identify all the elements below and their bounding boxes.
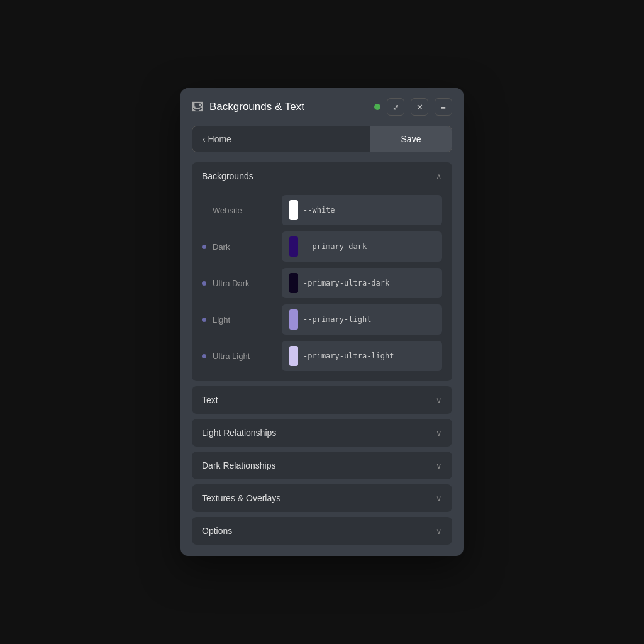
ultra-dark-dot bbox=[202, 281, 206, 286]
panel-title: Backgrounds & Text bbox=[209, 101, 368, 113]
status-dot bbox=[374, 104, 380, 110]
options-chevron-icon: ∨ bbox=[436, 526, 442, 536]
home-label: ‹ Home bbox=[203, 134, 231, 144]
main-panel: ⛾ Backgrounds & Text ⤢ ✕ ≡ ‹ Home Save B… bbox=[180, 88, 464, 556]
dark-dot bbox=[202, 245, 206, 249]
ultra-light-label: Ultra Light bbox=[213, 352, 275, 361]
ultra-dark-color-box[interactable]: -primary-ultra-dark bbox=[282, 268, 442, 298]
dark-color-row: Dark --primary-dark bbox=[202, 231, 442, 262]
light-relationships-chevron-icon: ∨ bbox=[436, 428, 442, 438]
dark-value: --primary-dark bbox=[303, 242, 367, 251]
backgrounds-section-header[interactable]: Backgrounds ∧ bbox=[192, 162, 452, 190]
website-value: --white bbox=[303, 206, 335, 214]
ultra-dark-swatch bbox=[289, 273, 298, 293]
ultra-light-color-row: Ultra Light -primary-ultra-light bbox=[202, 341, 442, 371]
light-value: --primary-light bbox=[303, 315, 371, 324]
textures-overlays-section: Textures & Overlays ∨ bbox=[192, 484, 452, 512]
dark-relationships-section: Dark Relationships ∨ bbox=[192, 452, 452, 479]
text-section-title: Text bbox=[202, 395, 436, 405]
home-button[interactable]: ‹ Home bbox=[192, 126, 370, 152]
website-label: Website bbox=[213, 206, 275, 215]
menu-button[interactable]: ≡ bbox=[435, 98, 452, 116]
nav-bar: ‹ Home Save bbox=[192, 126, 452, 152]
ultra-dark-label: Ultra Dark bbox=[213, 279, 275, 288]
ultra-light-value: -primary-ultra-light bbox=[303, 352, 394, 360]
light-color-box[interactable]: --primary-light bbox=[282, 304, 442, 335]
ultra-dark-value: -primary-ultra-dark bbox=[303, 279, 389, 287]
dark-relationships-section-title: Dark Relationships bbox=[202, 460, 436, 470]
light-color-row: Light --primary-light bbox=[202, 304, 442, 335]
ultra-light-dot bbox=[202, 354, 206, 358]
text-section: Text ∨ bbox=[192, 386, 452, 414]
save-button[interactable]: Save bbox=[370, 126, 452, 152]
textures-overlays-section-header[interactable]: Textures & Overlays ∨ bbox=[192, 484, 452, 512]
text-chevron-icon: ∨ bbox=[436, 396, 442, 405]
website-swatch bbox=[289, 200, 298, 220]
website-color-row: Website --white bbox=[202, 195, 442, 225]
dark-label: Dark bbox=[213, 242, 275, 252]
backgrounds-section-title: Backgrounds bbox=[202, 171, 436, 181]
panel-body: Backgrounds ∧ Website --white Dark bbox=[180, 162, 464, 556]
text-section-header[interactable]: Text ∨ bbox=[192, 386, 452, 414]
light-relationships-section: Light Relationships ∨ bbox=[192, 419, 452, 447]
light-label: Light bbox=[213, 315, 275, 325]
panel-icon: ⛾ bbox=[192, 101, 203, 114]
save-label: Save bbox=[401, 134, 421, 144]
light-relationships-section-title: Light Relationships bbox=[202, 428, 436, 438]
options-section-title: Options bbox=[202, 526, 436, 536]
website-color-box[interactable]: --white bbox=[282, 195, 442, 225]
panel-header: ⛾ Backgrounds & Text ⤢ ✕ ≡ bbox=[180, 88, 464, 126]
options-section: Options ∨ bbox=[192, 517, 452, 545]
dark-color-box[interactable]: --primary-dark bbox=[282, 231, 442, 262]
close-button[interactable]: ✕ bbox=[411, 98, 428, 116]
ultra-dark-color-row: Ultra Dark -primary-ultra-dark bbox=[202, 268, 442, 298]
backgrounds-section: Backgrounds ∧ Website --white Dark bbox=[192, 162, 452, 381]
light-relationships-section-header[interactable]: Light Relationships ∨ bbox=[192, 419, 452, 447]
light-dot bbox=[202, 318, 206, 322]
ultra-light-swatch bbox=[289, 346, 298, 366]
options-section-header[interactable]: Options ∨ bbox=[192, 517, 452, 545]
dark-relationships-chevron-icon: ∨ bbox=[436, 461, 442, 470]
ultra-light-color-box[interactable]: -primary-ultra-light bbox=[282, 341, 442, 371]
textures-overlays-chevron-icon: ∨ bbox=[436, 494, 442, 503]
dark-relationships-section-header[interactable]: Dark Relationships ∨ bbox=[192, 452, 452, 479]
shuffle-button[interactable]: ⤢ bbox=[387, 98, 404, 116]
textures-overlays-section-title: Textures & Overlays bbox=[202, 493, 436, 503]
light-swatch bbox=[289, 309, 298, 330]
backgrounds-section-content: Website --white Dark --primary-dark bbox=[192, 190, 452, 381]
dark-swatch bbox=[289, 236, 298, 257]
backgrounds-chevron-icon: ∧ bbox=[436, 172, 442, 181]
